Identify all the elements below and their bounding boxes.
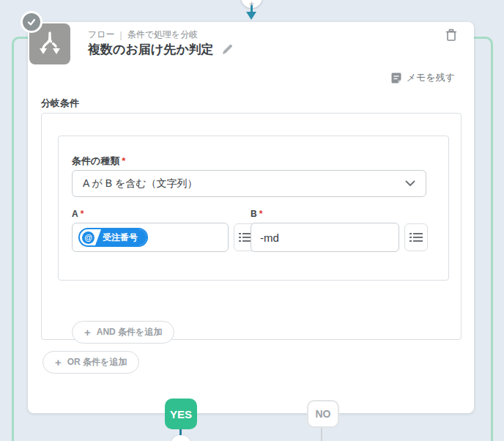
required-mark: * bbox=[122, 155, 125, 166]
edit-title-button[interactable] bbox=[221, 43, 234, 56]
add-and-condition-label: AND 条件を追加 bbox=[97, 326, 163, 338]
condition-group-box: 条件の種類* A が B を含む（文字列） A* @ 受注番号 bbox=[41, 113, 462, 340]
add-or-condition-button[interactable]: + OR 条件を追加 bbox=[42, 351, 139, 374]
node-title: 複数のお届け先か判定 bbox=[88, 41, 214, 58]
plus-icon: + bbox=[84, 326, 91, 338]
memo-icon bbox=[390, 73, 402, 84]
field-b-variable-picker-button[interactable] bbox=[404, 223, 428, 251]
delete-node-button[interactable] bbox=[442, 26, 461, 45]
branch-no-badge[interactable]: NO bbox=[307, 400, 339, 428]
field-a-input[interactable]: @ 受注番号 bbox=[72, 223, 229, 252]
list-icon bbox=[410, 232, 423, 242]
plus-icon: + bbox=[55, 356, 62, 368]
field-b-input-wrap bbox=[251, 223, 399, 252]
output-variable-label: 受注番号 bbox=[95, 229, 147, 245]
add-or-condition-label: OR 条件を追加 bbox=[67, 356, 127, 368]
chevron-down-icon bbox=[405, 180, 415, 187]
required-mark: * bbox=[81, 209, 84, 219]
add-and-condition-button[interactable]: + AND 条件を追加 bbox=[72, 321, 174, 344]
node-type-breadcrumb: フロー | 条件で処理を分岐 bbox=[88, 29, 198, 41]
trash-icon bbox=[444, 28, 459, 42]
pencil-icon bbox=[221, 43, 234, 56]
branch-yes-badge[interactable]: YES bbox=[165, 399, 197, 429]
condition-type-value: A が B を含む（文字列） bbox=[83, 177, 405, 190]
required-mark: * bbox=[259, 209, 263, 219]
flow-canvas: + フロー | 条件で処理を分岐 複数のお届け先か判定 bbox=[0, 0, 504, 441]
output-variable-tag[interactable]: @ 受注番号 bbox=[78, 228, 148, 247]
breadcrumb-separator: | bbox=[120, 30, 122, 40]
leave-memo-button[interactable]: メモを残す bbox=[386, 70, 459, 85]
branch-conditions-heading: 分岐条件 bbox=[41, 97, 79, 110]
node-category-label: フロー bbox=[88, 29, 115, 41]
flow-arrow-down-icon bbox=[246, 5, 257, 20]
node-action-label: 条件で処理を分岐 bbox=[127, 29, 199, 41]
field-b-label: B* bbox=[251, 209, 262, 219]
condition-type-label: 条件の種類* bbox=[72, 155, 125, 168]
condition-type-select[interactable]: A が B を含む（文字列） bbox=[72, 170, 426, 197]
no-branch-line bbox=[321, 426, 322, 441]
field-a-label: A* bbox=[72, 209, 84, 219]
leave-memo-label: メモを残す bbox=[407, 71, 455, 84]
condition-row-box: 条件の種類* A が B を含む（文字列） A* @ 受注番号 bbox=[58, 136, 449, 281]
field-b-input[interactable] bbox=[251, 223, 399, 251]
output-variable-icon: @ bbox=[82, 231, 94, 244]
branch-node-card: フロー | 条件で処理を分岐 複数のお届け先か判定 bbox=[28, 22, 474, 413]
check-icon bbox=[21, 11, 42, 33]
